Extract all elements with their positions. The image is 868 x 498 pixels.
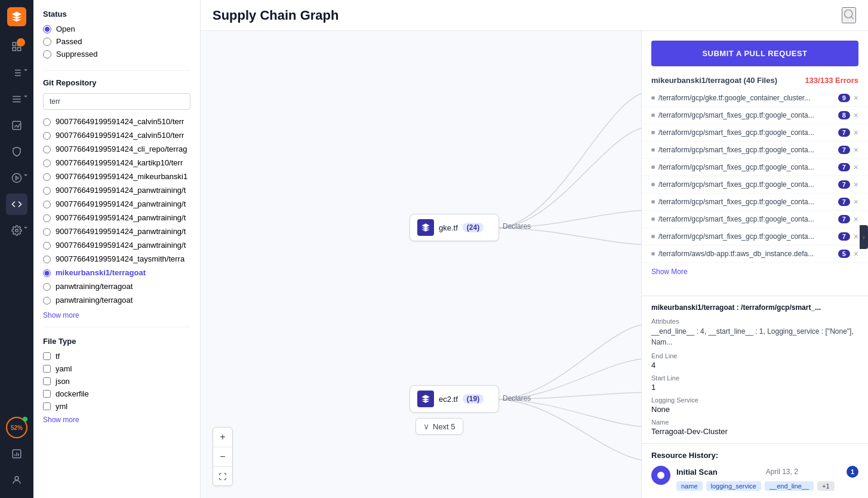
nav-icon-play[interactable] xyxy=(6,167,27,189)
nav-icon-menu[interactable] xyxy=(6,88,27,110)
repo-item-13[interactable]: panwtraining/terragoat xyxy=(43,294,190,306)
file-type-yaml-checkbox[interactable] xyxy=(43,365,51,373)
source-node-gke[interactable]: gke.tf (24) xyxy=(410,214,499,241)
file-type-dockerfile-checkbox[interactable] xyxy=(43,390,51,398)
repo-item-7[interactable]: 900776649199591424_panwtraining/t xyxy=(43,212,190,223)
error-close-4[interactable]: × xyxy=(854,162,858,172)
repo-radio-12[interactable] xyxy=(43,283,51,291)
nav-icon-list[interactable] xyxy=(6,62,27,84)
nav-icon-chart[interactable] xyxy=(6,115,27,136)
graph-area: gke.tf (24) Declares ec2.tf (19) Declare… xyxy=(201,31,641,498)
error-item-1[interactable]: /terraform/gcp/smart_fixes_gcp.tf:google… xyxy=(642,107,868,124)
file-type-json[interactable]: json xyxy=(43,377,190,386)
show-more-repos[interactable]: Show more xyxy=(43,311,79,319)
error-close-9[interactable]: × xyxy=(854,249,858,259)
error-item-5[interactable]: /terraform/gcp/smart_fixes_gcp.tf:google… xyxy=(642,176,868,193)
source-node-ec2[interactable]: ec2.tf (19) xyxy=(410,385,499,413)
file-type-yaml-label: yaml xyxy=(56,364,72,373)
app-logo[interactable] xyxy=(7,7,26,26)
error-close-6[interactable]: × xyxy=(854,197,858,207)
repo-radio-13[interactable] xyxy=(43,297,51,305)
submit-pr-button[interactable]: SUBMIT A PULL REQUEST xyxy=(651,41,858,66)
repo-radio-10[interactable] xyxy=(43,256,51,263)
git-repo-search-input[interactable] xyxy=(43,93,190,110)
zoom-controls: + − xyxy=(213,427,233,486)
show-more-errors[interactable]: Show More xyxy=(642,263,868,281)
repo-radio-4[interactable] xyxy=(43,173,51,181)
zoom-out-button[interactable]: − xyxy=(213,447,232,466)
nav-icon-dashboard[interactable] xyxy=(6,36,27,57)
repo-item-4[interactable]: 900776649199591424_mikeurbanski1 xyxy=(43,171,190,182)
history-item-0: Initial Scan April 13, 2 1 name logging_… xyxy=(651,466,858,491)
status-open[interactable]: Open xyxy=(43,24,190,33)
nav-icon-code[interactable] xyxy=(6,193,27,215)
file-type-dockerfile[interactable]: dockerfile xyxy=(43,389,190,398)
repo-radio-1[interactable] xyxy=(43,132,51,140)
repo-item-5[interactable]: 900776649199591424_panwtraining/t xyxy=(43,185,190,196)
status-suppressed-label: Suppressed xyxy=(56,50,97,59)
error-summary: mikeurbanski1/terragoat (40 Files) 133/1… xyxy=(642,76,868,90)
repo-item-10[interactable]: 900776649199591424_taysmith/terra xyxy=(43,253,190,265)
repo-item-3[interactable]: 900776649199591424_kartikp10/terr xyxy=(43,157,190,168)
file-type-yaml[interactable]: yaml xyxy=(43,364,190,373)
search-button[interactable] xyxy=(842,7,856,23)
repo-radio-0[interactable] xyxy=(43,118,51,126)
file-type-yml-checkbox[interactable] xyxy=(43,402,51,410)
source-next5-btn[interactable]: ∨ Next 5 xyxy=(415,418,463,435)
error-item-9[interactable]: /terraform/aws/db-app.tf:aws_db_instance… xyxy=(642,245,868,263)
error-item-0[interactable]: /terraform/gcp/gke.tf:google_container_c… xyxy=(642,90,868,107)
nav-expand-btn[interactable]: › xyxy=(860,225,868,249)
zoom-in-button[interactable]: + xyxy=(213,428,232,447)
repo-radio-6[interactable] xyxy=(43,201,51,208)
repo-radio-2[interactable] xyxy=(43,146,51,153)
repo-radio-8[interactable] xyxy=(43,228,51,236)
repo-radio-3[interactable] xyxy=(43,159,51,167)
error-item-6[interactable]: /terraform/gcp/smart_fixes_gcp.tf:google… xyxy=(642,193,868,211)
status-passed[interactable]: Passed xyxy=(43,37,190,46)
error-item-8[interactable]: /terraform/gcp/smart_fixes_gcp.tf:google… xyxy=(642,228,868,245)
file-type-yml[interactable]: yml xyxy=(43,402,190,411)
error-item-2[interactable]: /terraform/gcp/smart_fixes_gcp.tf:google… xyxy=(642,124,868,142)
error-close-0[interactable]: × xyxy=(854,93,858,103)
zoom-fit-button[interactable] xyxy=(213,466,232,485)
error-close-2[interactable]: × xyxy=(854,128,858,137)
error-item-7[interactable]: /terraform/gcp/smart_fixes_gcp.tf:google… xyxy=(642,211,868,228)
repo-radio-5[interactable] xyxy=(43,187,51,195)
file-type-json-checkbox[interactable] xyxy=(43,377,51,385)
status-suppressed-radio[interactable] xyxy=(43,50,51,59)
repo-item-11[interactable]: mikeurbanski1/terragoat xyxy=(43,267,190,278)
nav-icon-user[interactable] xyxy=(6,469,27,491)
nav-icon-shield[interactable] xyxy=(6,141,27,162)
nav-icon-settings[interactable] xyxy=(6,220,27,241)
error-close-1[interactable]: × xyxy=(854,110,858,120)
error-item-4[interactable]: /terraform/gcp/smart_fixes_gcp.tf:google… xyxy=(642,159,868,176)
repo-item-1[interactable]: 900776649199591424_calvin510/terr xyxy=(43,130,190,141)
repo-item-12[interactable]: panwtraining/terragoat xyxy=(43,281,190,292)
error-close-8[interactable]: × xyxy=(854,232,858,241)
error-badge-7: 7 xyxy=(838,215,850,223)
status-passed-radio[interactable] xyxy=(43,38,51,46)
nav-icon-analytics[interactable] xyxy=(6,443,27,465)
show-more-files[interactable]: Show more xyxy=(43,416,79,424)
error-close-3[interactable]: × xyxy=(854,145,858,155)
repo-item-9[interactable]: 900776649199591424_panwtraining/t xyxy=(43,239,190,251)
status-suppressed[interactable]: Suppressed xyxy=(43,50,190,59)
error-close-5[interactable]: × xyxy=(854,180,858,189)
file-type-dockerfile-label: dockerfile xyxy=(56,389,89,398)
error-close-7[interactable]: × xyxy=(854,214,858,224)
repo-item-6[interactable]: 900776649199591424_panwtraining/t xyxy=(43,198,190,210)
repo-radio-9[interactable] xyxy=(43,242,51,250)
source-node-ec2-count: (19) xyxy=(463,394,484,404)
error-item-3[interactable]: /terraform/gcp/smart_fixes_gcp.tf:google… xyxy=(642,142,868,159)
repo-item-8[interactable]: 900776649199591424_panwtraining/t xyxy=(43,226,190,237)
repo-label-10: 900776649199591424_taysmith/terra xyxy=(56,254,184,263)
repo-radio-7[interactable] xyxy=(43,214,51,222)
repo-item-0[interactable]: 900776649199591424_calvin510/terr xyxy=(43,116,190,127)
repo-item-2[interactable]: 900776649199591424_cli_repo/terrag xyxy=(43,143,190,155)
file-type-tf-checkbox[interactable] xyxy=(43,352,51,360)
nav-score[interactable]: 52% xyxy=(6,417,27,438)
status-open-radio[interactable] xyxy=(43,25,51,33)
error-dot-0 xyxy=(651,96,655,100)
file-type-tf[interactable]: tf xyxy=(43,352,190,361)
repo-radio-11[interactable] xyxy=(43,269,51,277)
